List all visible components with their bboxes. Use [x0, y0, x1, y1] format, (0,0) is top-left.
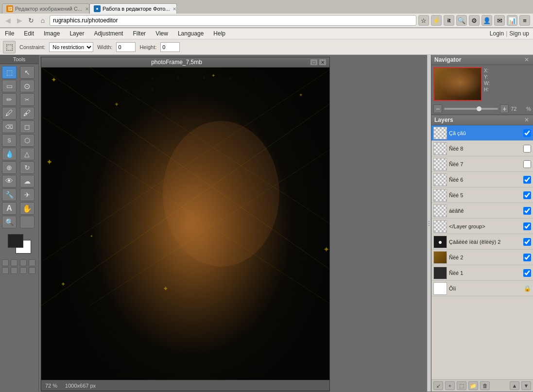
selection-tool[interactable]: ⬚ [3, 41, 16, 53]
tool-gradient[interactable]: △ [20, 148, 34, 160]
zoom-out-btn[interactable]: − [433, 104, 442, 113]
tab1-close[interactable]: ✕ [85, 6, 89, 12]
tab-1[interactable]: 🖼 Редактор изображений С... ✕ [2, 3, 89, 14]
tool-magnify[interactable]: ⊕ [2, 161, 17, 174]
layer-row[interactable]: Ñëé 1 [431, 265, 533, 281]
menu-language[interactable]: Language [173, 29, 208, 38]
menu-icon[interactable]: ≡ [519, 15, 530, 26]
tool-smudge[interactable]: S [2, 134, 17, 147]
canvas-image[interactable]: ✦ ✦ ✦ ✦ ✦ ✦ ✦ ✦ ✦ ✦ ✦ ✦ ✦ [41, 68, 329, 380]
layer-row[interactable]: Ôîí🔒 [431, 281, 533, 296]
tab2-close[interactable]: ✕ [172, 6, 176, 12]
quick-tool-2[interactable] [11, 259, 17, 266]
menu-filter[interactable]: Filter [128, 29, 151, 38]
navigator-close[interactable]: ✕ [523, 56, 530, 63]
layer-add-btn[interactable]: ↙ [433, 381, 443, 390]
layer-visibility-check[interactable] [523, 254, 531, 261]
tool-pen[interactable]: ✈ [20, 188, 34, 201]
resize-handle[interactable] [427, 55, 431, 392]
menu-view[interactable]: View [151, 29, 173, 38]
layer-visibility-check[interactable] [523, 238, 531, 246]
tool-pencil[interactable]: ✏ [2, 93, 17, 106]
bookmark-icon[interactable]: ☆ [418, 15, 429, 26]
tool-text[interactable]: A [2, 202, 17, 215]
reload-button[interactable]: ↻ [26, 16, 36, 25]
menu-file[interactable]: File [0, 29, 19, 38]
layer-visibility-check[interactable] [523, 191, 531, 199]
quick-tool-7[interactable] [20, 267, 27, 274]
zoom-icon[interactable]: 🔍 [456, 15, 467, 26]
layer-row[interactable]: </Layer group> [431, 219, 533, 234]
layer-duplicate-btn[interactable]: ⬚ [457, 381, 466, 390]
tool-heal[interactable]: 🔧 [2, 188, 17, 201]
tool-clone[interactable]: 🖋 [20, 107, 34, 119]
tool-dodge[interactable]: ⬡ [20, 134, 34, 147]
layer-visibility-check[interactable] [523, 269, 531, 277]
chart-icon[interactable]: 📊 [507, 15, 517, 26]
menu-image[interactable]: Image [39, 29, 65, 38]
tool-rect-select[interactable]: ▭ [2, 80, 17, 92]
layer-delete-btn[interactable]: 🗑 [480, 381, 490, 390]
nav-thumbnail[interactable] [433, 67, 482, 101]
tool-lasso[interactable]: ⊙ [20, 80, 34, 92]
settings-icon2[interactable]: ⚙ [469, 15, 480, 26]
layer-visibility-check[interactable] [523, 160, 531, 168]
tool-blur[interactable]: ☁ [20, 175, 34, 187]
forward-button[interactable]: ▶ [15, 16, 24, 25]
menu-layer[interactable]: Layer [65, 29, 89, 38]
menu-adjustment[interactable]: Adjustment [89, 29, 128, 38]
menu-help[interactable]: Help [208, 29, 230, 38]
tool-crop[interactable]: ✂ [20, 93, 34, 106]
layer-row[interactable]: áëãñê [431, 203, 533, 219]
layer-row[interactable]: Ñëé 2 [431, 250, 533, 265]
tool-eye[interactable]: 👁 [2, 175, 17, 187]
quick-tool-3[interactable] [20, 259, 27, 266]
tool-brush[interactable]: 🖊 [2, 107, 17, 119]
layer-move-down-btn[interactable]: ▼ [521, 381, 531, 390]
tool-fill[interactable]: 💧 [2, 148, 17, 160]
layer-row[interactable]: Ñëé 6 [431, 172, 533, 187]
height-input[interactable] [160, 42, 180, 52]
zoom-in-btn[interactable]: + [500, 104, 509, 113]
layer-row[interactable]: Çã çãû [431, 125, 533, 141]
person-icon[interactable]: 👤 [481, 15, 492, 26]
layer-row[interactable]: ●Çàãëèé ïëàí (êîëëý) 2 [431, 234, 533, 250]
layer-visibility-check[interactable] [523, 145, 531, 153]
tool-select[interactable]: ⬚ [2, 66, 17, 79]
foreground-color[interactable] [8, 234, 23, 248]
tab-2[interactable]: ● Работа в редакторе Фото... ✕ [89, 3, 177, 14]
tool-hand[interactable]: ✋ [20, 202, 34, 215]
layer-visibility-check[interactable] [523, 222, 531, 230]
signup-link[interactable]: Sign up [509, 30, 529, 37]
home-button[interactable]: ⌂ [38, 16, 48, 25]
layer-visibility-check[interactable] [523, 129, 531, 137]
tool-move[interactable]: ↖ [20, 66, 34, 79]
layers-close[interactable]: ✕ [523, 117, 530, 123]
width-input[interactable] [116, 42, 136, 52]
canvas-close[interactable]: ✕ [319, 59, 327, 66]
layer-move-up-btn[interactable]: ▲ [510, 381, 519, 390]
tool-shape[interactable]: ◻ [20, 120, 34, 133]
layer-row[interactable]: Ñëé 5 [431, 187, 533, 203]
canvas-minimize[interactable]: □ [310, 59, 318, 66]
layer-visibility-check[interactable] [523, 207, 531, 215]
quick-tool-4[interactable] [29, 259, 35, 266]
quick-tool-8[interactable] [29, 267, 35, 274]
zoom-handle[interactable] [477, 106, 481, 111]
layer-new-btn[interactable]: + [445, 381, 455, 390]
layer-visibility-check[interactable] [523, 176, 531, 184]
nav-icon-it[interactable]: it [444, 15, 454, 26]
quick-tool-5[interactable] [2, 267, 9, 274]
layer-folder-btn[interactable]: 📁 [468, 381, 478, 390]
menu-edit[interactable]: Edit [19, 29, 39, 38]
tool-eraser[interactable]: ⌫ [2, 120, 17, 133]
constraint-select[interactable]: No restriction [49, 42, 93, 52]
back-button[interactable]: ◀ [3, 16, 13, 25]
quick-tool-6[interactable] [11, 267, 17, 274]
quick-tool-1[interactable] [2, 259, 9, 266]
layer-row[interactable]: Ñëé 8 [431, 141, 533, 156]
address-bar[interactable] [50, 15, 416, 26]
tool-rotate[interactable]: ↻ [20, 161, 34, 174]
mail-icon[interactable]: ✉ [494, 15, 505, 26]
layer-row[interactable]: Ñëé 7 [431, 156, 533, 172]
